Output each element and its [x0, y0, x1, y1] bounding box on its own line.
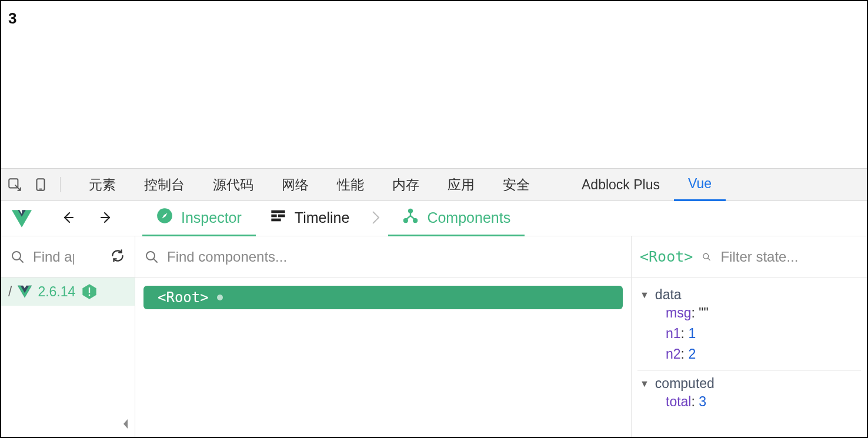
vue-devtools-bar: Inspector Timeline Components — [1, 201, 867, 236]
state-panel-title: <Root> — [640, 248, 693, 265]
page-output-value: 3 — [8, 9, 860, 28]
inspect-element-icon[interactable] — [7, 177, 22, 192]
svg-line-22 — [708, 258, 710, 260]
component-node-indicator-icon — [217, 295, 223, 300]
state-key: total — [666, 394, 691, 409]
svg-line-20 — [153, 259, 157, 262]
component-node-label: <Root> — [158, 289, 209, 306]
caret-down-icon: ▼ — [640, 290, 649, 300]
devtools-tab-sources[interactable]: 源代码 — [199, 168, 268, 201]
vue-nav-forward-icon[interactable] — [99, 210, 113, 227]
app-item[interactable]: / 2.6.14 — [1, 277, 135, 306]
state-row-n1[interactable]: n1: 1 — [640, 323, 859, 344]
components-search-input[interactable] — [167, 249, 622, 265]
search-icon — [702, 250, 711, 264]
vue-devtools-main: / 2.6.14 <Root> <Root> — [1, 236, 867, 437]
vue-tab-components-label: Components — [427, 209, 510, 226]
app-warning-badge-icon — [81, 283, 98, 300]
devtools-tab-console[interactable]: 控制台 — [130, 168, 199, 201]
state-section-computed-label: computed — [655, 376, 715, 392]
vue-tab-inspector[interactable]: Inspector — [142, 201, 256, 236]
svg-marker-18 — [123, 419, 128, 429]
svg-rect-9 — [271, 219, 281, 222]
apps-panel: / 2.6.14 — [1, 236, 135, 437]
compass-icon — [156, 208, 173, 228]
state-value: 3 — [699, 394, 706, 409]
svg-rect-16 — [89, 287, 90, 293]
vue-tab-components[interactable]: Components — [388, 201, 525, 236]
state-panel-body: ▼ data msg: "" n1: 1 n2: 2 ▼ computed — [632, 277, 867, 423]
state-section-computed-header[interactable]: ▼ computed — [640, 376, 859, 392]
state-row-n2[interactable]: n2: 2 — [640, 344, 859, 365]
state-section-computed: ▼ computed total: 3 — [637, 371, 861, 418]
component-tree-root-node[interactable]: <Root> — [143, 286, 623, 309]
state-panel-header: <Root> — [632, 236, 867, 277]
devtools-tab-elements[interactable]: 元素 — [75, 168, 130, 201]
svg-rect-17 — [89, 295, 90, 296]
devtools-tab-adblock[interactable]: Adblock Plus — [567, 168, 674, 201]
state-value: 2 — [688, 346, 696, 362]
apps-search-input[interactable] — [33, 249, 74, 265]
breadcrumb-chevron-icon — [370, 209, 381, 229]
vue-nav-back-icon[interactable] — [61, 210, 75, 227]
state-key: n2 — [666, 346, 681, 362]
state-value: 1 — [688, 326, 696, 341]
device-toolbar-icon[interactable] — [33, 177, 48, 192]
timeline-icon — [270, 208, 286, 228]
state-key: msg — [666, 305, 691, 320]
components-tree-icon — [402, 208, 419, 228]
components-search-row — [135, 236, 631, 277]
apps-search-row — [1, 236, 135, 277]
svg-rect-8 — [278, 215, 285, 218]
state-filter-input[interactable] — [720, 249, 859, 265]
svg-point-10 — [409, 209, 412, 213]
collapse-panel-icon[interactable] — [117, 413, 135, 437]
devtools-tab-vue[interactable]: Vue — [674, 168, 726, 201]
page-output-area: 3 — [1, 1, 867, 168]
devtools-icon-group — [7, 177, 61, 192]
state-section-data-label: data — [655, 287, 682, 303]
devtools-tab-performance[interactable]: 性能 — [323, 168, 378, 201]
svg-rect-6 — [271, 210, 285, 213]
devtools-tab-security[interactable]: 安全 — [489, 168, 544, 201]
vue-tab-timeline[interactable]: Timeline — [256, 201, 364, 236]
state-value: "" — [699, 305, 708, 320]
state-row-msg[interactable]: msg: "" — [640, 303, 859, 323]
svg-rect-7 — [271, 215, 276, 218]
search-icon — [145, 250, 159, 264]
vue-tab-inspector-label: Inspector — [181, 209, 242, 226]
search-icon — [11, 250, 25, 264]
vue-logo-small-icon — [18, 285, 32, 299]
svg-line-14 — [19, 259, 23, 262]
refresh-apps-icon[interactable] — [110, 248, 125, 266]
app-version: 2.6.14 — [38, 284, 75, 300]
devtools-tab-memory[interactable]: 内存 — [378, 168, 433, 201]
state-key: n1 — [666, 326, 681, 341]
state-section-data: ▼ data msg: "" n1: 1 n2: 2 — [637, 282, 861, 371]
state-row-total[interactable]: total: 3 — [640, 392, 859, 412]
state-panel: <Root> ▼ data msg: "" n1: 1 n2: 2 — [632, 236, 867, 437]
component-tree-panel: <Root> — [135, 236, 632, 437]
state-section-data-header[interactable]: ▼ data — [640, 287, 859, 303]
devtools-tab-network[interactable]: 网络 — [268, 168, 323, 201]
devtools-tab-application[interactable]: 应用 — [433, 168, 489, 201]
vue-logo-icon — [12, 209, 32, 229]
component-tree-body: <Root> — [135, 277, 631, 317]
devtools-tab-strip: 元素 控制台 源代码 网络 性能 内存 应用 安全 Adblock Plus V… — [1, 168, 867, 201]
vue-tab-timeline-label: Timeline — [295, 209, 350, 226]
caret-down-icon: ▼ — [640, 379, 649, 389]
